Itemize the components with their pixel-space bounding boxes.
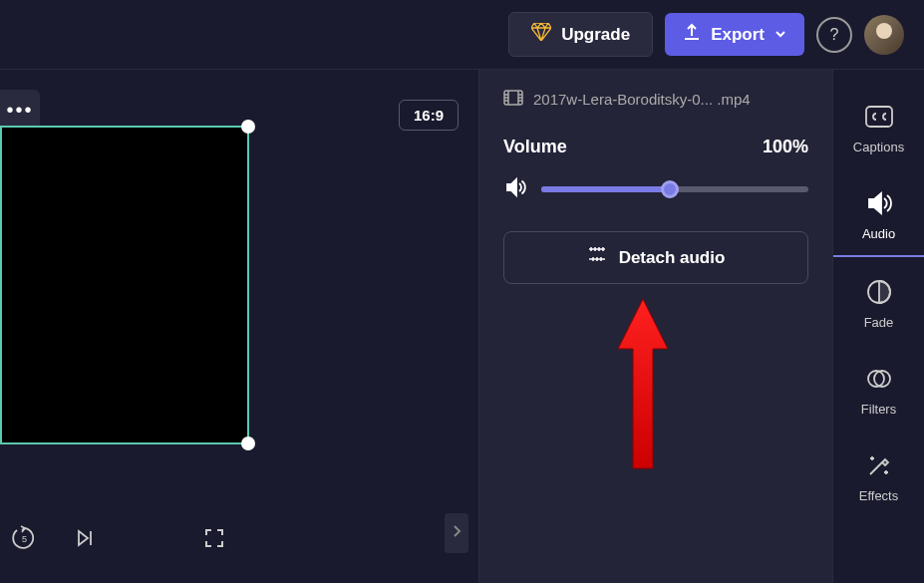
chevron-right-icon bbox=[452, 524, 462, 542]
diamond-icon bbox=[531, 23, 551, 46]
playback-controls: 5 bbox=[0, 523, 100, 553]
right-sidebar: Captions Audio Fade Filters Effects bbox=[832, 70, 924, 583]
export-label: Export bbox=[711, 25, 765, 45]
help-icon: ? bbox=[830, 26, 839, 44]
user-avatar[interactable] bbox=[864, 15, 904, 55]
export-button[interactable]: Export bbox=[665, 13, 804, 56]
fade-icon bbox=[864, 277, 894, 307]
media-selection-frame[interactable] bbox=[0, 126, 249, 444]
more-options-button[interactable]: ••• bbox=[0, 90, 40, 130]
replay-5-button[interactable]: 5 bbox=[10, 523, 40, 553]
aspect-ratio-badge[interactable]: 16:9 bbox=[399, 100, 459, 131]
sidebar-label: Filters bbox=[861, 402, 896, 417]
sidebar-label: Fade bbox=[864, 315, 894, 330]
chevron-down-icon bbox=[774, 25, 786, 45]
ellipsis-icon: ••• bbox=[6, 99, 33, 122]
detach-audio-button[interactable]: Detach audio bbox=[503, 231, 808, 284]
sidebar-item-audio[interactable]: Audio bbox=[833, 174, 924, 257]
svg-rect-2 bbox=[866, 107, 892, 127]
detach-icon bbox=[587, 246, 607, 269]
help-button[interactable]: ? bbox=[816, 17, 852, 53]
detach-label: Detach audio bbox=[619, 248, 726, 268]
upgrade-label: Upgrade bbox=[561, 25, 630, 45]
volume-value: 100% bbox=[763, 137, 808, 157]
upgrade-button[interactable]: Upgrade bbox=[508, 12, 653, 57]
fullscreen-button[interactable] bbox=[199, 523, 229, 553]
volume-label: Volume bbox=[503, 137, 567, 157]
volume-slider[interactable] bbox=[541, 186, 808, 192]
next-frame-button[interactable] bbox=[70, 523, 100, 553]
upload-icon bbox=[683, 23, 701, 46]
filters-icon bbox=[864, 364, 894, 394]
speaker-icon bbox=[503, 175, 527, 203]
audio-icon bbox=[864, 188, 894, 218]
properties-panel: 2017w-Lera-Boroditsky-0... .mp4 Volume 1… bbox=[478, 70, 832, 583]
sidebar-label: Effects bbox=[859, 488, 899, 503]
file-name-text: 2017w-Lera-Boroditsky-0... .mp4 bbox=[533, 91, 751, 108]
video-file-icon bbox=[503, 90, 523, 109]
svg-text:5: 5 bbox=[22, 534, 27, 544]
resize-handle-top-right[interactable] bbox=[241, 120, 255, 134]
volume-row: Volume 100% bbox=[503, 137, 808, 157]
top-bar: Upgrade Export ? bbox=[0, 0, 924, 70]
sidebar-item-fade[interactable]: Fade bbox=[833, 263, 924, 344]
sidebar-label: Captions bbox=[853, 140, 904, 154]
effects-icon bbox=[864, 450, 894, 480]
canvas-area: ••• 16:9 5 bbox=[0, 70, 478, 583]
sidebar-item-effects[interactable]: Effects bbox=[833, 437, 924, 517]
captions-icon bbox=[864, 102, 894, 132]
panel-toggle-button[interactable] bbox=[445, 513, 468, 553]
sidebar-item-filters[interactable]: Filters bbox=[833, 350, 924, 431]
sidebar-item-captions[interactable]: Captions bbox=[833, 88, 924, 168]
sidebar-label: Audio bbox=[862, 226, 895, 241]
file-name-row: 2017w-Lera-Boroditsky-0... .mp4 bbox=[503, 90, 808, 109]
volume-slider-row bbox=[503, 175, 808, 203]
volume-slider-thumb[interactable] bbox=[661, 180, 679, 198]
resize-handle-bottom-right[interactable] bbox=[241, 437, 255, 450]
volume-slider-fill bbox=[541, 186, 670, 192]
